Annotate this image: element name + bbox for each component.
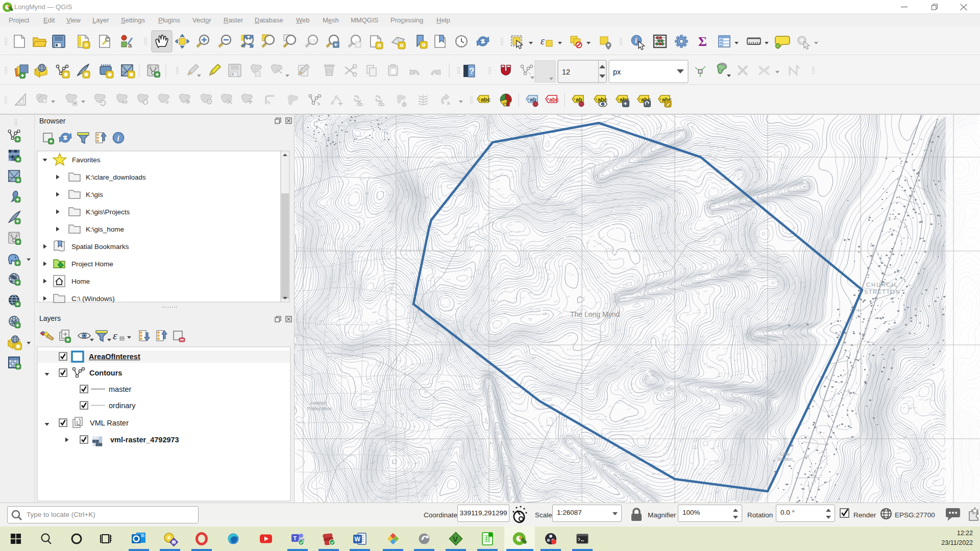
svg-text:W: W [355,536,361,543]
svg-text:ε: ε [113,329,117,342]
svg-text:?: ? [469,66,474,76]
svg-text:px: px [613,68,621,76]
svg-text:abc: abc [549,96,559,103]
svg-text:STRETTON: STRETTON [864,289,900,295]
svg-text:The Long Mynd: The Long Mynd [570,310,620,318]
svg-text:V: V [453,535,458,543]
svg-text:Stretton: Stretton [777,457,793,462]
svg-text:Σ: Σ [698,34,707,49]
svg-text:CHURCH: CHURCH [866,282,897,288]
svg-text:T: T [293,535,297,541]
svg-text:abc: abc [481,96,491,103]
svg-text:1:1: 1:1 [309,38,315,43]
svg-text:i: i [635,37,637,44]
svg-text:Asterton: Asterton [310,400,327,406]
svg-text:Little: Little [780,452,790,457]
svg-text:ε: ε [541,35,545,46]
svg-text:Prolley Moor: Prolley Moor [307,406,332,411]
svg-text:a: a [128,41,132,49]
svg-text:12: 12 [562,68,570,76]
